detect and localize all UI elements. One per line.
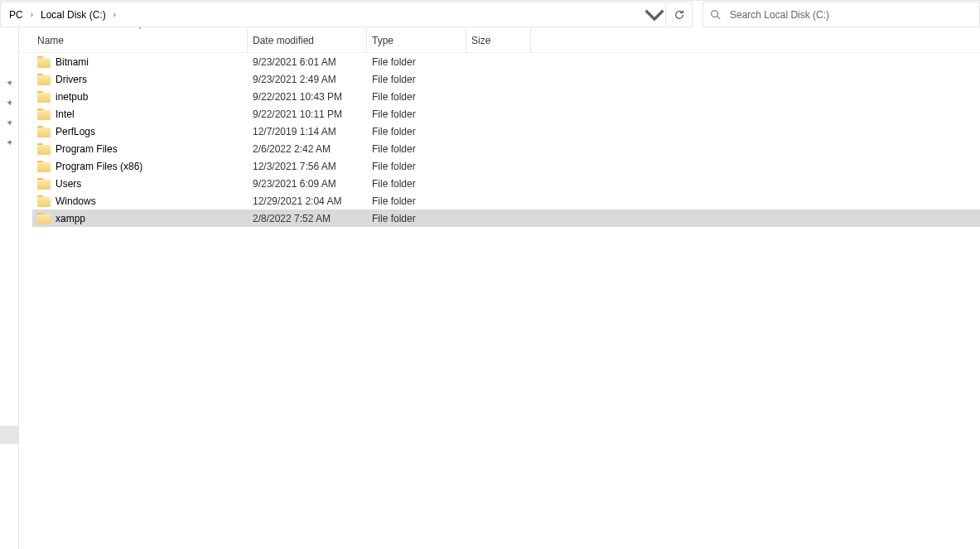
file-type-cell: File folder <box>367 143 466 155</box>
breadcrumb: PC › Local Disk (C:) › <box>4 9 644 21</box>
folder-icon <box>37 195 51 207</box>
column-header-name[interactable]: Name ˄ <box>32 28 248 52</box>
folder-icon <box>37 91 51 103</box>
column-header-size[interactable]: Size <box>466 28 531 52</box>
search-input[interactable] <box>730 9 973 21</box>
file-list: Bitnami9/23/2021 6:01 AMFile folderDrive… <box>19 53 980 227</box>
file-row[interactable]: Bitnami9/23/2021 6:01 AMFile folder <box>32 53 980 70</box>
folder-icon <box>37 143 51 155</box>
file-name-cell: Program Files <box>32 143 248 155</box>
file-view: Name ˄ Date modified Type Size Bitnami9/… <box>18 28 980 549</box>
file-type-cell: File folder <box>367 108 466 120</box>
file-name-cell: Drivers <box>32 74 248 85</box>
search-bar[interactable] <box>702 2 980 27</box>
column-headers: Name ˄ Date modified Type Size <box>19 28 980 53</box>
file-date-cell: 9/23/2021 6:01 AM <box>248 56 367 68</box>
svg-point-0 <box>712 10 718 17</box>
breadcrumb-item[interactable]: Local Disk (C:) <box>37 9 109 21</box>
column-label: Size <box>471 35 490 46</box>
file-name: Intel <box>56 108 75 120</box>
chevron-right-icon[interactable]: › <box>109 10 120 19</box>
file-name-cell: Intel <box>32 108 248 120</box>
folder-icon <box>37 56 51 68</box>
address-bar[interactable]: PC › Local Disk (C:) › <box>0 2 666 27</box>
file-date-cell: 12/29/2021 2:04 AM <box>248 195 367 207</box>
pin-icon[interactable] <box>0 93 17 113</box>
breadcrumb-item[interactable]: PC <box>6 9 27 21</box>
file-row[interactable]: PerfLogs12/7/2019 1:14 AMFile folder <box>32 123 980 140</box>
file-row[interactable]: Intel9/22/2021 10:11 PMFile folder <box>32 105 980 123</box>
column-label: Type <box>372 35 393 46</box>
file-type-cell: File folder <box>367 56 466 68</box>
file-name: Windows <box>56 195 96 207</box>
file-type-cell: File folder <box>367 91 466 103</box>
file-date-cell: 12/7/2019 1:14 AM <box>248 126 367 137</box>
file-row[interactable]: inetpub9/22/2021 10:43 PMFile folder <box>32 88 980 105</box>
nav-rail <box>0 28 18 549</box>
file-date-cell: 9/22/2021 10:43 PM <box>248 91 367 103</box>
file-name: Bitnami <box>56 56 89 68</box>
file-name-cell: xampp <box>32 213 248 224</box>
file-date-cell: 2/6/2022 2:42 AM <box>248 143 367 155</box>
file-name: Program Files <box>56 143 118 155</box>
nav-item-selected[interactable] <box>0 426 18 444</box>
file-name: Drivers <box>56 74 87 85</box>
column-label: Name <box>37 35 64 46</box>
file-name: Program Files (x86) <box>56 161 142 172</box>
file-name-cell: Windows <box>32 195 248 207</box>
svg-line-1 <box>717 16 721 19</box>
file-name-cell: PerfLogs <box>32 126 248 137</box>
file-date-cell: 9/23/2021 6:09 AM <box>248 178 367 190</box>
chevron-right-icon[interactable]: › <box>27 10 37 19</box>
pin-icon[interactable] <box>0 132 17 152</box>
folder-icon <box>37 126 51 137</box>
spacer <box>693 1 702 28</box>
sort-ascending-icon: ˄ <box>138 26 142 34</box>
folder-icon <box>37 213 51 224</box>
file-type-cell: File folder <box>367 126 466 137</box>
top-bar: PC › Local Disk (C:) › <box>0 0 980 28</box>
folder-icon <box>37 74 51 85</box>
file-row[interactable]: xampp2/8/2022 7:52 AMFile folder <box>32 209 980 227</box>
refresh-button[interactable] <box>666 2 693 27</box>
file-date-cell: 2/8/2022 7:52 AM <box>248 213 367 224</box>
file-row[interactable]: Users9/23/2021 6:09 AMFile folder <box>32 175 980 192</box>
file-name: inetpub <box>56 91 88 103</box>
main-area: Name ˄ Date modified Type Size Bitnami9/… <box>0 28 980 549</box>
file-row[interactable]: Program Files (x86)12/3/2021 7:56 AMFile… <box>32 157 980 175</box>
column-label: Date modified <box>253 35 314 46</box>
file-name: Users <box>56 178 81 190</box>
column-header-date[interactable]: Date modified <box>248 28 367 52</box>
file-type-cell: File folder <box>367 74 466 85</box>
folder-icon <box>37 161 51 172</box>
folder-icon <box>37 178 51 190</box>
file-type-cell: File folder <box>367 195 466 207</box>
file-row[interactable]: Program Files2/6/2022 2:42 AMFile folder <box>32 140 980 157</box>
file-type-cell: File folder <box>367 213 466 224</box>
file-type-cell: File folder <box>367 178 466 190</box>
file-date-cell: 12/3/2021 7:56 AM <box>248 161 367 172</box>
file-name-cell: Users <box>32 178 248 190</box>
file-date-cell: 9/23/2021 2:49 AM <box>248 74 367 85</box>
file-type-cell: File folder <box>367 161 466 172</box>
folder-icon <box>37 108 51 120</box>
file-date-cell: 9/22/2021 10:11 PM <box>248 108 367 120</box>
file-row[interactable]: Drivers9/23/2021 2:49 AMFile folder <box>32 70 980 88</box>
address-history-dropdown[interactable] <box>644 2 665 26</box>
column-header-type[interactable]: Type <box>367 28 466 52</box>
pin-icon[interactable] <box>0 73 17 93</box>
pin-icon[interactable] <box>0 113 17 132</box>
search-icon <box>710 9 722 21</box>
file-name-cell: inetpub <box>32 91 248 103</box>
file-name: xampp <box>56 213 85 224</box>
file-name-cell: Program Files (x86) <box>32 161 248 172</box>
file-name: PerfLogs <box>56 126 95 137</box>
file-name-cell: Bitnami <box>32 56 248 68</box>
file-row[interactable]: Windows12/29/2021 2:04 AMFile folder <box>32 192 980 209</box>
